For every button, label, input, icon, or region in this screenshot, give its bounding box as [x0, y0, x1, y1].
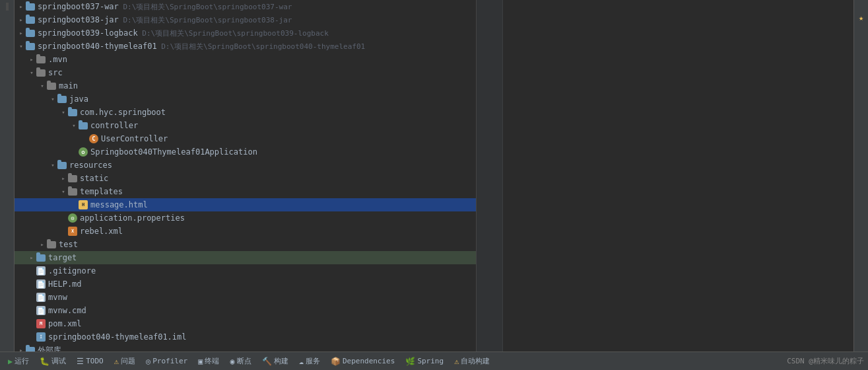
- dependencies-label: Dependencies: [343, 357, 395, 365]
- tree-file-icon: C: [88, 133, 99, 144]
- bottom-bar-todo[interactable]: ☰TODO: [73, 355, 108, 367]
- spring-label: Spring: [417, 357, 444, 365]
- tree-item[interactable]: 外部库: [15, 344, 476, 352]
- tree-item[interactable]: resources: [15, 159, 476, 172]
- bottom-bar-services[interactable]: ☁服务: [295, 355, 324, 367]
- tree-file-icon: 📄: [36, 279, 46, 289]
- tree-file-icon: [46, 81, 57, 91]
- tree-item-label: rebel.xml: [80, 227, 123, 236]
- tree-item[interactable]: controller: [15, 119, 476, 132]
- tree-file-icon: X: [67, 226, 78, 237]
- tree-item-label: resources: [69, 161, 112, 170]
- profiler-icon: ◎: [146, 357, 150, 366]
- tree-item[interactable]: ✿Springboot040Thymeleaf01Application: [15, 145, 476, 159]
- tree-item[interactable]: static: [15, 172, 476, 185]
- bottom-bar-dependencies[interactable]: 📦Dependencies: [327, 355, 399, 367]
- run-label: 运行: [15, 356, 29, 366]
- tree-item[interactable]: Mpom.xml: [15, 317, 476, 330]
- tree-item[interactable]: springboot040-thymeleaf01 D:\项目相关\Spring…: [15, 40, 476, 53]
- tree-file-icon: [25, 41, 36, 52]
- tree-file-icon: [36, 252, 46, 263]
- tree-item-label: static: [80, 174, 108, 183]
- tree-arrow: [70, 122, 78, 130]
- tree-item[interactable]: CUserController: [15, 132, 476, 145]
- tree-item[interactable]: springboot038-jar D:\项目相关\SpringBoot\spr…: [15, 13, 476, 26]
- tree-file-icon: [67, 186, 78, 197]
- tree-item[interactable]: springboot037-war D:\项目相关\SpringBoot\spr…: [15, 0, 476, 13]
- tree-item[interactable]: Hmessage.html: [15, 198, 476, 211]
- build-icon: 🔨: [262, 357, 272, 366]
- tree-item[interactable]: com.hyc.springboot: [15, 106, 476, 119]
- tree-arrow: [17, 42, 25, 50]
- tree-item-label: springboot038-jar D:\项目相关\SpringBoot\spr…: [38, 15, 292, 25]
- tree-item-label: mvnw: [48, 293, 67, 302]
- spring-icon: 🌿: [405, 357, 415, 366]
- file-tree-panel: springboot037-war D:\项目相关\SpringBoot\spr…: [15, 0, 477, 352]
- tree-arrow: [17, 29, 25, 37]
- debug-label: 调试: [51, 356, 66, 366]
- debug-icon: 🐛: [40, 357, 50, 366]
- tree-item-label: com.hyc.springboot: [80, 108, 166, 117]
- tree-file-icon: [25, 28, 36, 38]
- tree-item[interactable]: main: [15, 79, 476, 92]
- tree-item-label: test: [59, 240, 78, 249]
- tree-arrow: [59, 174, 67, 182]
- tree-item[interactable]: 📄.gitignore: [15, 264, 476, 278]
- tree-arrow: [28, 56, 36, 63]
- left-side-tabs: [0, 0, 15, 352]
- tree-item[interactable]: 📄mvnw.cmd: [15, 304, 476, 317]
- bottom-bar-profiler[interactable]: ◎Profiler: [142, 355, 191, 367]
- sidebar-tab-favorites[interactable]: [6, 12, 9, 20]
- tree-file-icon: [25, 15, 36, 25]
- bottom-bar-breakpoints[interactable]: ◉断点: [226, 355, 255, 367]
- tree-item[interactable]: springboot039-logback D:\项目相关\SpringBoot…: [15, 26, 476, 40]
- tree-item-label: springboot040-thymeleaf01.iml: [48, 332, 187, 342]
- tree-item-label: src: [48, 68, 63, 77]
- todo-icon: ☰: [77, 357, 84, 366]
- tree-arrow: [49, 161, 57, 169]
- tree-item[interactable]: 📄HELP.md: [15, 278, 476, 291]
- tree-file-icon: ⚙: [67, 213, 78, 223]
- tree-item-label: templates: [80, 187, 123, 196]
- bottom-bar-terminal[interactable]: ▣终端: [194, 355, 223, 367]
- sidebar-tab-structure[interactable]: [6, 3, 9, 11]
- tree-arrow: [49, 95, 57, 103]
- bottom-bar-run[interactable]: ▶运行: [4, 355, 33, 367]
- build-label: 构建: [274, 356, 288, 366]
- autobuild-label: 自动构建: [461, 356, 490, 366]
- tree-item-label: java: [69, 94, 88, 104]
- tree-item-label: message.html: [90, 200, 148, 209]
- main-area: springboot037-war D:\项目相关\SpringBoot\spr…: [0, 0, 868, 352]
- bottom-bar-autobuild[interactable]: ⚠自动构建: [450, 355, 494, 367]
- autobuild-icon: ⚠: [454, 357, 459, 366]
- tree-item-label: UserController: [101, 134, 168, 143]
- tree-item[interactable]: test: [15, 238, 476, 251]
- tree-item-label: target: [48, 253, 77, 262]
- editor-area: [503, 0, 853, 352]
- profiler-label: Profiler: [152, 357, 187, 365]
- bottom-bar-problems[interactable]: ⚠问题: [110, 355, 139, 367]
- breakpoints-label: 断点: [237, 356, 251, 366]
- tree-file-icon: [36, 54, 46, 65]
- tree-item-label: .gitignore: [48, 266, 96, 276]
- tree-item[interactable]: templates: [15, 185, 476, 198]
- tree-file-icon: H: [78, 200, 88, 210]
- tree-item[interactable]: Ispringboot040-thymeleaf01.iml: [15, 330, 476, 344]
- tree-item-label: .mvn: [48, 55, 67, 64]
- tree-item[interactable]: target: [15, 251, 476, 264]
- tree-item[interactable]: ⚙application.properties: [15, 211, 476, 225]
- tree-file-icon: [36, 67, 46, 78]
- jrebel-tab[interactable]: [860, 3, 863, 11]
- tree-item-label: springboot039-logback D:\项目相关\SpringBoot…: [38, 28, 329, 38]
- tree-item-label: Springboot040Thymeleaf01Application: [90, 147, 257, 157]
- tree-item[interactable]: .mvn: [15, 53, 476, 66]
- tree-item[interactable]: src: [15, 66, 476, 79]
- bottom-bar-build[interactable]: 🔨构建: [258, 355, 292, 367]
- bottom-bar-debug[interactable]: 🐛调试: [36, 355, 70, 367]
- tree-file-icon: 📄: [36, 292, 46, 303]
- tree-item[interactable]: 📄mvnw: [15, 291, 476, 304]
- tree-file-icon: [25, 345, 36, 352]
- tree-item[interactable]: java: [15, 92, 476, 106]
- bottom-bar-spring[interactable]: 🌿Spring: [401, 355, 448, 367]
- tree-item[interactable]: Xrebel.xml: [15, 225, 476, 238]
